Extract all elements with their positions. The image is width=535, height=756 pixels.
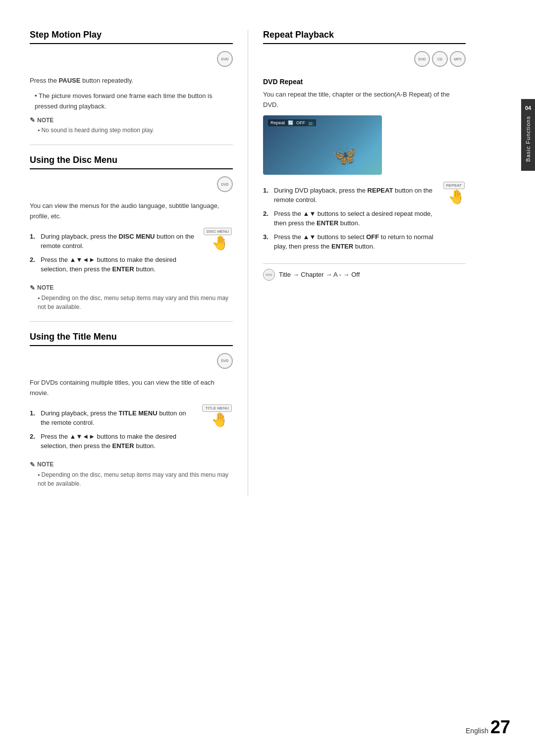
repeat-steps: 1. During DVD playback, press the REPEAT…	[263, 181, 437, 256]
repeat-step-1: 1. During DVD playback, press the REPEAT…	[263, 186, 437, 205]
title-menu-note-item: Depending on the disc, menu setup items …	[38, 470, 233, 488]
hand-icon-title: 🤚	[211, 413, 228, 427]
enter-bold-title: ENTER	[112, 442, 134, 450]
title-menu-body: For DVDs containing multiple titles, you…	[30, 378, 233, 399]
disc-menu-bold: DISC MENU	[119, 233, 155, 240]
footer-language: English	[466, 727, 488, 735]
dvd-repeat-body: You can repeat the title, chapter or the…	[263, 90, 466, 110]
title-menu-note: ✎ NOTE Depending on the disc, menu setup…	[30, 461, 233, 488]
disc-menu-title: Using the Disc Menu	[30, 155, 233, 169]
disc-menu-list: 1. During playback, press the DISC MENU …	[30, 232, 198, 274]
enter-bold-disc: ENTER	[112, 265, 134, 273]
hand-icon-disc: 🤚	[212, 236, 229, 250]
tv-icon: 📺	[308, 120, 314, 125]
side-tab: 04 Basic Functions	[521, 99, 535, 171]
footer-page-number: 27	[490, 718, 510, 736]
repeat-playback-title: Repeat Playback	[263, 30, 466, 44]
dvd-butterfly-image: Repeat 🔄 OFF 📺 🦋	[263, 115, 382, 175]
hand-icon-repeat: 🤚	[448, 190, 465, 204]
title-menu-step-1: 1. During playback, press the TITLE MENU…	[30, 408, 196, 428]
divider-2	[30, 321, 233, 322]
repeat-steps-row: 1. During DVD playback, press the REPEAT…	[263, 181, 466, 256]
chapter-sequence-text: Title → Chapter → A - → Off	[279, 271, 360, 278]
step-motion-note: ✎ NOTE No sound is heard during step mot…	[30, 116, 233, 135]
step-motion-note-item: No sound is heard during step motion pla…	[38, 126, 233, 135]
dvd-repeat-title: DVD Repeat	[263, 78, 466, 86]
step-motion-play-title: Step Motion Play	[30, 30, 233, 44]
dvd-repeat-subsection: DVD Repeat You can repeat the title, cha…	[263, 78, 466, 281]
pencil-icon-disc: ✎	[30, 284, 35, 292]
chapter-sequence-line: DVD Title → Chapter → A - → Off	[263, 263, 466, 281]
cd-icon-repeat: CD	[432, 51, 448, 67]
disc-menu-steps-row: 1. During playback, press the DISC MENU …	[30, 227, 233, 279]
step-motion-play-section: Step Motion Play DVD Press the PAUSE but…	[30, 30, 233, 135]
butterfly-decoration: 🦋	[332, 144, 357, 167]
tab-number: 04	[525, 105, 531, 111]
disc-icon-chapter: DVD	[263, 269, 275, 281]
off-bold: OFF	[366, 233, 379, 241]
disc-menu-section: Using the Disc Menu DVD You can view the…	[30, 155, 233, 311]
repeat-playback-section: Repeat Playback DVD CD MP3 DVD Repeat Yo…	[263, 30, 466, 281]
disc-menu-note: ✎ NOTE Depending on the disc, menu setup…	[30, 284, 233, 311]
step-motion-body: Press the PAUSE button repeatedly.	[30, 76, 233, 86]
tab-label: Basic Functions	[525, 111, 531, 167]
enter-bold-repeat2: ENTER	[317, 219, 338, 227]
title-menu-steps-row: 1. During playback, press the TITLE MENU…	[30, 403, 233, 456]
title-menu-step-2: 2. Press the ▲▼◄► buttons to make the de…	[30, 432, 196, 451]
title-menu-steps: 1. During playback, press the TITLE MENU…	[30, 403, 196, 456]
title-menu-bold: TITLE MENU	[119, 409, 158, 417]
repeat-dvd-icons: DVD CD MP3	[263, 51, 466, 72]
dvd-icon-title-menu: DVD	[217, 353, 233, 369]
image-overlay: Repeat 🔄 OFF 📺	[268, 119, 316, 126]
dvd-icon-step: DVD	[217, 51, 233, 67]
step-motion-bullet: • The picture moves forward one frame ea…	[35, 91, 233, 112]
disc-menu-step-1: 1. During playback, press the DISC MENU …	[30, 232, 198, 251]
disc-menu-hand-area: DISC MENU 🤚	[203, 227, 233, 250]
repeat-step-2: 2. Press the ▲▼ buttons to select a desi…	[263, 209, 437, 228]
repeat-btn-area: REPEAT 🤚	[442, 181, 466, 204]
off-text-label: OFF	[296, 120, 305, 125]
title-menu-section: Using the Title Menu DVD For DVDs contai…	[30, 332, 233, 488]
repeat-list: 1. During DVD playback, press the REPEAT…	[263, 186, 437, 252]
pause-bold: PAUSE	[59, 77, 81, 84]
disc-menu-remote-label: DISC MENU	[204, 228, 232, 235]
pencil-icon: ✎	[30, 116, 35, 124]
pencil-icon-title: ✎	[30, 461, 35, 468]
off-overlay-label: 🔄	[288, 120, 293, 125]
enter-bold-repeat3: ENTER	[331, 243, 353, 250]
title-menu-title: Using the Title Menu	[30, 332, 233, 346]
disc-menu-steps: 1. During playback, press the DISC MENU …	[30, 227, 198, 279]
disc-menu-body: You can view the menus for the audio lan…	[30, 201, 233, 222]
page-footer: English 27	[466, 718, 510, 736]
divider-1	[30, 145, 233, 145]
repeat-step-3: 3. Press the ▲▼ buttons to select OFF to…	[263, 232, 437, 252]
repeat-remote-label: REPEAT	[443, 182, 465, 189]
title-menu-remote-label: TITLE MENU	[202, 404, 232, 412]
note-label: ✎ NOTE	[30, 116, 233, 124]
left-column: Step Motion Play DVD Press the PAUSE but…	[30, 30, 248, 496]
title-menu-list: 1. During playback, press the TITLE MENU…	[30, 408, 196, 451]
disc-menu-note-item: Depending on the disc, menu setup items …	[38, 294, 233, 311]
dvd-icon-disc-menu: DVD	[217, 176, 233, 192]
disc-menu-step-2: 2. Press the ▲▼◄► buttons to make the de…	[30, 255, 198, 274]
repeat-overlay-label: Repeat	[270, 120, 285, 125]
mp3-icon-repeat: MP3	[450, 51, 466, 67]
main-content: Step Motion Play DVD Press the PAUSE but…	[0, 0, 535, 526]
right-column: Repeat Playback DVD CD MP3 DVD Repeat Yo…	[248, 30, 466, 496]
repeat-bold: REPEAT	[368, 187, 393, 194]
title-menu-hand-area: TITLE MENU 🤚	[201, 403, 233, 427]
dvd-icon-repeat: DVD	[414, 51, 430, 67]
